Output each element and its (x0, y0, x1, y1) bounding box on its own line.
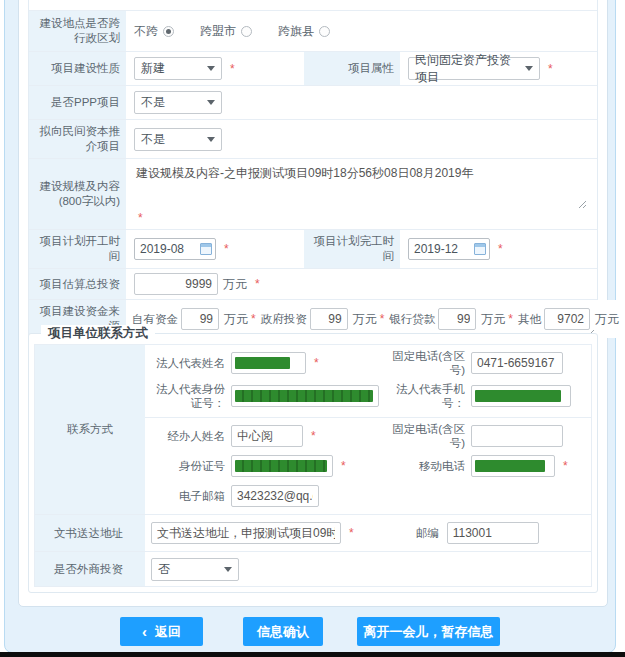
field-label-end-date: 项目计划完工时间 (304, 230, 400, 268)
contact-table: 联系方式 法人代表姓名 * 固定电话(含 (34, 344, 592, 587)
government-funds-input[interactable] (310, 308, 348, 330)
required-asterisk: * (224, 242, 229, 256)
radio-icon[interactable] (163, 26, 174, 37)
back-arrow-icon: ‹ (142, 624, 147, 639)
field-label-document-address: 文书送达地址 (35, 515, 145, 551)
redaction-bar (235, 357, 290, 369)
contact-section: 项目单位联系方式 联系方式 法人代表姓名 * (28, 333, 598, 593)
fixed-phone-input[interactable] (471, 352, 563, 374)
window-bottom-edge (0, 652, 625, 657)
form-panel: 建设地点是否跨行政区划 不跨 跨盟市 跨旗县 (18, 0, 608, 607)
dropdown-arrow-icon (224, 567, 232, 572)
field-label-legal-mobile: 法人代表手机号： (387, 382, 465, 410)
legal-mobile-input[interactable] (471, 385, 571, 407)
email-input[interactable] (231, 485, 319, 507)
calendar-icon[interactable] (474, 243, 486, 255)
scale-textarea[interactable]: 建设规模及内容-之申报测试项目09时18分56秒08日08月2019年 (134, 164, 589, 209)
agent-name-input[interactable] (231, 425, 303, 447)
required-asterisk: * (498, 242, 503, 256)
field-label-legal-id: 法人代表身份证号： (145, 382, 225, 410)
back-button[interactable]: ‹ 返回 (120, 617, 203, 646)
required-asterisk: * (563, 459, 568, 473)
start-date-picker[interactable]: 2019-08 (134, 238, 216, 260)
dropdown-arrow-icon (207, 137, 215, 142)
dropdown-arrow-icon (207, 66, 215, 71)
document-address-input[interactable] (151, 522, 341, 544)
radio-option-no-cross[interactable]: 不跨 (134, 23, 174, 40)
group-label-contact: 联系方式 (35, 345, 145, 514)
field-label-foreign-investment: 是否外商投资 (35, 552, 145, 586)
attribute-select[interactable]: 民间固定资产投资项目 (408, 57, 540, 80)
bank-loan-input[interactable] (438, 308, 476, 330)
required-asterisk: * (380, 312, 385, 326)
save-draft-button[interactable]: 离开一会儿，暂存信息 (357, 617, 500, 646)
location-radio-group: 不跨 跨盟市 跨旗县 (134, 23, 330, 40)
private-capital-select[interactable]: 不是 (134, 128, 222, 151)
legal-name-input[interactable] (231, 352, 306, 374)
field-label-ppp: 是否PPP项目 (29, 86, 126, 119)
field-label-nature: 项目建设性质 (29, 52, 126, 85)
required-asterisk: * (138, 211, 589, 225)
contact-section-title: 项目单位联系方式 (41, 325, 155, 342)
dropdown-arrow-icon (207, 100, 215, 105)
own-funds-input[interactable] (181, 308, 219, 330)
required-asterisk: * (314, 356, 319, 370)
required-asterisk: * (341, 459, 346, 473)
zip-code-label: 邮编 (416, 526, 439, 541)
field-label-attribute: 项目属性 (304, 52, 400, 85)
unit-label: 万元 (223, 276, 247, 293)
agent-id-input[interactable] (231, 455, 333, 477)
resize-handle-icon[interactable] (577, 199, 587, 209)
redaction-bar (475, 460, 545, 472)
field-label-location: 建设地点是否跨行政区划 (29, 11, 126, 51)
field-label-legal-name: 法人代表姓名 (145, 356, 225, 370)
zip-code-input[interactable] (447, 522, 539, 544)
confirm-info-button[interactable]: 信息确认 (243, 617, 323, 646)
field-label-private-capital: 拟向民间资本推介项目 (29, 120, 126, 158)
other-funds-input[interactable] (544, 308, 590, 330)
radio-icon[interactable] (241, 26, 252, 37)
required-asterisk: * (349, 526, 354, 540)
field-label-fixed-phone: 固定电话(含区号) (387, 349, 465, 377)
project-info-table: 建设地点是否跨行政区划 不跨 跨盟市 跨旗县 (28, 0, 598, 339)
foreign-investment-select[interactable]: 否 (151, 558, 239, 581)
radio-option-cross-league[interactable]: 跨盟市 (200, 23, 252, 40)
required-asterisk: * (548, 62, 553, 76)
end-date-picker[interactable]: 2019-12 (408, 238, 490, 260)
required-asterisk: * (508, 312, 513, 326)
redaction-bar (235, 390, 373, 402)
funding-item-bank-loan: 银行贷款 万元 * (389, 308, 516, 330)
ppp-select[interactable]: 不是 (134, 91, 222, 114)
field-label-scale: 建设规模及内容 (800字以内) (29, 159, 126, 229)
mobile-input[interactable] (471, 455, 555, 477)
required-asterisk: * (311, 429, 316, 443)
radio-option-cross-banner[interactable]: 跨旗县 (278, 23, 330, 40)
required-asterisk: * (230, 62, 235, 76)
dropdown-arrow-icon (525, 66, 533, 71)
funding-item-other: 其他 万元 (518, 308, 619, 330)
total-investment-input[interactable] (134, 273, 218, 295)
field-label-agent-id: 身份证号 (145, 459, 225, 473)
field-label-start-date: 项目计划开工时间 (29, 230, 126, 268)
field-label-mobile: 移动电话 (387, 459, 465, 473)
field-label-total-investment: 项目估算总投资 (29, 269, 126, 299)
field-label-email: 电子邮箱 (145, 489, 225, 503)
redaction-bar (475, 390, 561, 402)
required-asterisk: * (255, 277, 260, 291)
redaction-bar (235, 460, 327, 472)
field-label-fixed-phone-2: 固定电话(含区号) (387, 422, 465, 450)
field-label-agent-name: 经办人姓名 (145, 429, 225, 443)
clipped-row-above (29, 0, 597, 11)
calendar-icon[interactable] (200, 243, 212, 255)
radio-icon[interactable] (319, 26, 330, 37)
nature-select[interactable]: 新建 (134, 57, 222, 80)
funding-item-government: 政府投资 万元 * (261, 308, 388, 330)
legal-id-input[interactable] (231, 385, 379, 407)
fixed-phone-2-input[interactable] (471, 425, 563, 447)
required-asterisk: * (251, 312, 256, 326)
